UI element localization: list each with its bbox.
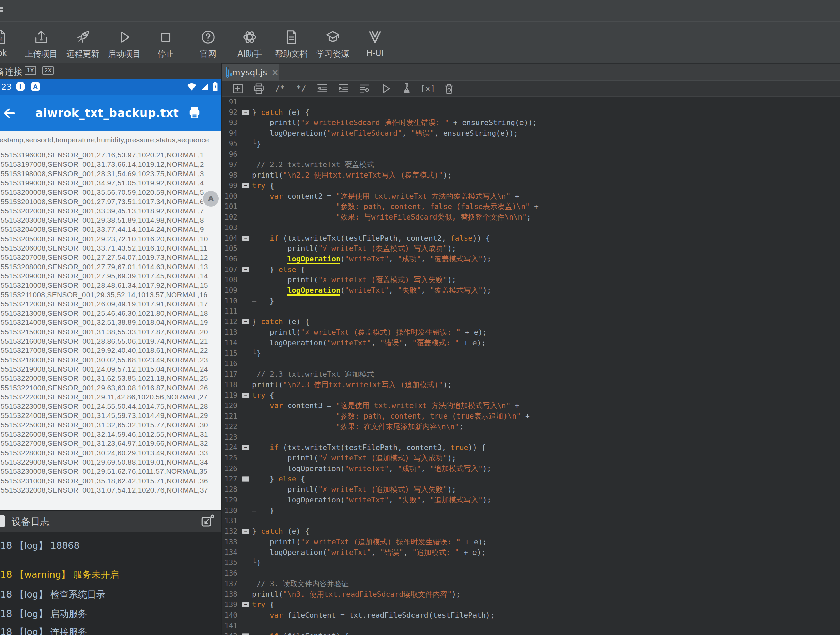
- code-line[interactable]: 142− if (fileContent) {: [222, 631, 840, 635]
- code-line[interactable]: 93 printl("✗ writeFileSdcard 操作时发生错误: " …: [222, 117, 840, 128]
- stop-button[interactable]: 停止: [145, 22, 187, 62]
- code-line[interactable]: 108 printl("✗ writeTxt (覆盖模式) 写入失败");: [222, 275, 840, 285]
- code-line[interactable]: 104− if (txt.writeTxt(testFilePath, cont…: [222, 233, 840, 244]
- code-line[interactable]: 119−try {: [222, 390, 840, 401]
- comment-open-button[interactable]: /*: [273, 82, 287, 95]
- outdent-button[interactable]: [316, 82, 329, 95]
- code-line[interactable]: 114 logOperation("writeTxt", "错误", "覆盖模式…: [222, 338, 840, 348]
- scale-2x-button[interactable]: 2X··: [42, 66, 54, 75]
- code-line[interactable]: 121 "参数: path, content, true (true表示追加)\…: [222, 411, 840, 422]
- tab-mysql-js[interactable]: JS mysql.js ×: [222, 64, 279, 81]
- phone-mirror[interactable]: 23 i A ai: [0, 79, 221, 574]
- code-line[interactable]: 117 // 2.3 txt.writeTxt 追加模式: [222, 369, 840, 380]
- code-line[interactable]: 97 // 2.2 txt.writeTxt 覆盖模式: [222, 160, 840, 170]
- code-line[interactable]: 99−try {: [222, 181, 840, 191]
- code-line[interactable]: 139−try {: [222, 600, 840, 610]
- code-line[interactable]: 103: [222, 223, 840, 233]
- popout-icon[interactable]: [200, 514, 215, 528]
- code-line[interactable]: 98printl("\n2.2 使用txt.writeTxt写入 (覆盖模式)"…: [222, 170, 840, 181]
- help-docs-button[interactable]: 帮助文档: [270, 22, 312, 62]
- scroll-lock-icon[interactable]: [0, 515, 5, 527]
- fold-marker-icon[interactable]: −: [242, 319, 249, 325]
- variable-button[interactable]: [x]: [421, 82, 435, 95]
- code-line[interactable]: 101 "参数: path, content, false (false表示覆盖…: [222, 201, 840, 212]
- code-line[interactable]: 120 var content3 = "这是使用 txt.writeTxt 方法…: [222, 401, 840, 411]
- code-line[interactable]: 138printl("\n3. 使用txt.readFileSdcard读取文件…: [222, 589, 840, 600]
- code-line[interactable]: 127− } else {: [222, 474, 840, 485]
- device-log-panel[interactable]: :18 【log】 18868:18 【warning】 服务未开启:18 【l…: [0, 532, 221, 635]
- code-line[interactable]: 122 "效果: 在文件末尾添加新内容\n\n";: [222, 422, 840, 432]
- code-line[interactable]: 94 logOperation("writeFileSdcard", "错误",…: [222, 128, 840, 139]
- code-line[interactable]: 116: [222, 359, 840, 369]
- code-line[interactable]: 106 logOperation("writeTxt", "成功", "覆盖模式…: [222, 254, 840, 264]
- test-button[interactable]: [400, 82, 414, 95]
- print-icon[interactable]: [188, 106, 201, 119]
- code-line[interactable]: 110– }: [222, 296, 840, 306]
- apk-button[interactable]: PKapk: [0, 22, 21, 62]
- code-line[interactable]: 125 printl("√ writeTxt (追加模式) 写入成功");: [222, 453, 840, 464]
- code-line[interactable]: 92−} catch (e) {: [222, 108, 840, 118]
- indent-button[interactable]: [336, 82, 350, 95]
- clear-button[interactable]: [442, 82, 456, 95]
- code-line[interactable]: 112−} catch (e) {: [222, 317, 840, 327]
- code-line[interactable]: 123: [222, 432, 840, 443]
- fold-marker-icon[interactable]: −: [242, 633, 249, 635]
- print-button[interactable]: [252, 82, 266, 95]
- code-line[interactable]: 129 logOperation("writeTxt", "失败", "追加模式…: [222, 495, 840, 505]
- code-line[interactable]: 107− } else {: [222, 264, 840, 275]
- code-line[interactable]: 128 printl("✗ writeTxt (追加模式) 写入失败");: [222, 485, 840, 495]
- fold-marker-icon[interactable]: −: [242, 445, 249, 450]
- code-line[interactable]: 111: [222, 306, 840, 317]
- code-line[interactable]: 130– }: [222, 505, 840, 516]
- code-line[interactable]: 133 printl("✗ writeTxt (追加模式) 操作时发生错误: "…: [222, 537, 840, 547]
- code-line[interactable]: 118printl("\n2.3 使用txt.writeTxt写入 (追加模式)…: [222, 380, 840, 390]
- scale-1x-button[interactable]: 1X··: [25, 66, 36, 75]
- line-number: 123: [222, 432, 237, 443]
- code-line[interactable]: 113 printl("✗ writeTxt (覆盖模式) 操作时发生错误: "…: [222, 327, 840, 338]
- code-line[interactable]: 137 // 3. 读取文件内容并验证: [222, 579, 840, 589]
- csv-data-row: 55153212008,SENSOR_001,26.09,49.19,1017.…: [1, 300, 208, 309]
- learning-resources-button[interactable]: 学习资源: [312, 22, 354, 62]
- code-line[interactable]: 109 logOperation("writeTxt", "失败", "覆盖模式…: [222, 285, 840, 296]
- fold-marker-icon[interactable]: −: [242, 476, 249, 481]
- code-line[interactable]: 132−} catch (e) {: [222, 526, 840, 537]
- code-line[interactable]: 136: [222, 568, 840, 579]
- fold-marker-icon[interactable]: −: [242, 529, 249, 534]
- code-line[interactable]: 131: [222, 516, 840, 526]
- upload-project-button[interactable]: 上传项目: [21, 22, 62, 62]
- assistive-ball-icon[interactable]: A: [202, 190, 220, 207]
- format-code-button[interactable]: [358, 82, 371, 95]
- code-line[interactable]: 105 printl("√ writeTxt (覆盖模式) 写入成功");: [222, 243, 840, 254]
- fold-marker-icon[interactable]: −: [242, 183, 249, 188]
- fold-marker-icon[interactable]: −: [242, 602, 249, 607]
- code-line[interactable]: 96: [222, 149, 840, 160]
- code-line[interactable]: 140 var fileContent = txt.readFileSdcard…: [222, 610, 840, 621]
- code-line[interactable]: 91: [222, 97, 840, 108]
- start-project-button[interactable]: 启动项目: [104, 22, 145, 62]
- code-line[interactable]: 141: [222, 621, 840, 631]
- code-line[interactable]: 100 var content2 = "这是使用 txt.writeTxt 方法…: [222, 191, 840, 202]
- csv-viewer[interactable]: timestamp,sensorId,temperature,humidity,…: [0, 131, 221, 510]
- run-button[interactable]: [379, 82, 392, 95]
- code-line[interactable]: 102 "效果: 与writeFileSdcard类似, 替换整个文件\n\n"…: [222, 212, 840, 223]
- remote-update-button[interactable]: 远程更新: [62, 22, 104, 62]
- code-line[interactable]: 134 logOperation("writeTxt", "错误", "追加模式…: [222, 547, 840, 558]
- tab-close-icon[interactable]: ×: [271, 69, 279, 76]
- code-line[interactable]: 115└}: [222, 348, 840, 359]
- fold-marker-icon[interactable]: −: [242, 267, 249, 272]
- official-site-button[interactable]: 官网: [187, 22, 229, 62]
- code-line[interactable]: 124− if (txt.writeTxt(testFilePath, cont…: [222, 442, 840, 453]
- h-ui-button[interactable]: H-UI: [354, 22, 396, 62]
- fold-marker-icon[interactable]: −: [242, 393, 249, 398]
- fold-marker-icon[interactable]: −: [242, 110, 249, 115]
- back-arrow-icon[interactable]: [3, 106, 16, 120]
- new-file-button[interactable]: [231, 82, 245, 95]
- code-line[interactable]: 126 logOperation("writeTxt", "成功", "追加模式…: [222, 464, 840, 474]
- line-number: 103: [222, 223, 237, 233]
- code-area[interactable]: 9192−} catch (e) {93 printl("✗ writeFile…: [222, 97, 840, 635]
- code-line[interactable]: 135└}: [222, 557, 840, 568]
- fold-marker-icon[interactable]: −: [242, 236, 249, 241]
- code-line[interactable]: 95└}: [222, 139, 840, 149]
- ai-assistant-button[interactable]: AI助手: [229, 22, 270, 62]
- comment-close-button[interactable]: */: [294, 82, 308, 95]
